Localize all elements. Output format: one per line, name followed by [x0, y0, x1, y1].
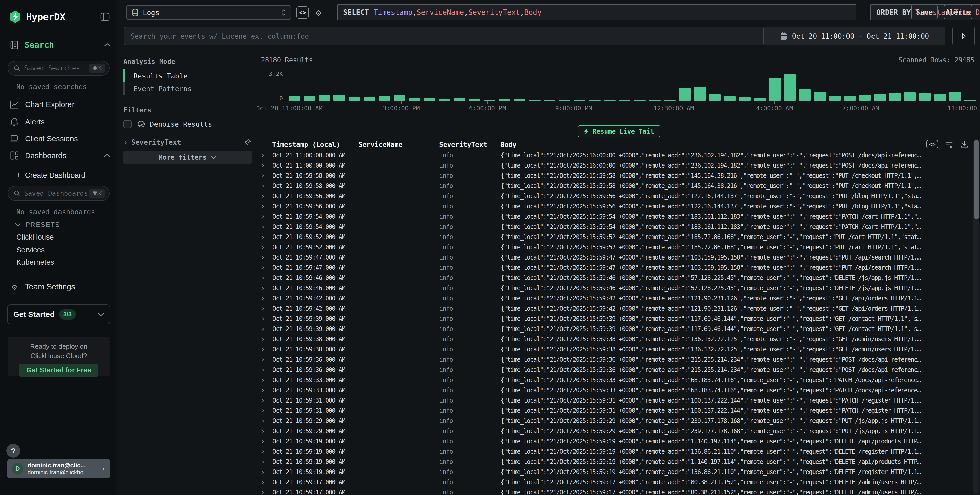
log-row[interactable]: › Oct 21 10:59:31.000 AM info {"time_loc… [258, 406, 972, 416]
expand-row-icon[interactable]: › [258, 305, 269, 312]
log-row[interactable]: › Oct 21 10:59:36.000 AM info {"time_loc… [258, 355, 972, 365]
expand-row-icon[interactable]: › [258, 295, 269, 302]
denoise-checkbox[interactable] [123, 120, 132, 128]
expand-row-icon[interactable]: › [258, 172, 269, 179]
chart-bar[interactable] [784, 74, 795, 100]
expand-row-icon[interactable]: › [258, 366, 269, 373]
sidebar-item-dashboards[interactable]: Dashboards [9, 150, 111, 161]
expand-row-icon[interactable]: › [258, 315, 269, 322]
log-row[interactable]: › Oct 21 10:59:36.000 AM info {"time_loc… [258, 365, 972, 375]
pin-icon[interactable] [244, 138, 251, 146]
code-view-button[interactable]: <> [296, 6, 309, 19]
log-row[interactable]: › Oct 21 10:59:47.000 AM info {"time_loc… [258, 263, 972, 273]
log-row[interactable]: › Oct 21 10:59:19.000 AM info {"time_loc… [258, 467, 972, 477]
saved-searches-input[interactable] [24, 64, 89, 72]
get-started-free-button[interactable]: Get Started for Free [19, 364, 98, 377]
expand-row-icon[interactable]: › [258, 213, 269, 220]
chart-bar[interactable] [423, 97, 435, 100]
col-body[interactable]: Body [497, 141, 972, 148]
run-query-button[interactable] [953, 27, 975, 45]
expand-row-icon[interactable]: › [258, 489, 269, 495]
chart-bar[interactable] [409, 98, 420, 100]
expand-row-icon[interactable]: › [258, 417, 269, 425]
log-row[interactable]: › Oct 21 10:59:33.000 AM info {"time_loc… [258, 385, 972, 395]
log-row[interactable]: › Oct 21 10:59:42.000 AM info {"time_loc… [258, 293, 972, 304]
sidebar-item-team-settings[interactable]: ⚙ Team Settings [9, 281, 111, 293]
expand-row-icon[interactable]: › [258, 203, 269, 210]
expand-row-icon[interactable]: › [258, 407, 269, 414]
log-row[interactable]: › Oct 21 10:59:56.000 AM info {"time_loc… [258, 201, 972, 212]
chart-bar[interactable] [724, 96, 736, 100]
sidebar-item-search[interactable]: Search [9, 39, 111, 51]
resume-live-tail-button[interactable]: Resume Live Tail [578, 125, 660, 137]
chart-bar[interactable] [348, 97, 360, 100]
log-row[interactable]: › Oct 21 10:59:29.000 AM info {"time_loc… [258, 416, 972, 426]
chart-bar[interactable] [304, 95, 315, 100]
log-row[interactable]: › Oct 21 11:00:00.000 AM info {"time_loc… [258, 150, 972, 161]
expand-row-icon[interactable]: › [258, 182, 269, 189]
chart-bar[interactable] [874, 94, 886, 101]
log-row[interactable]: › Oct 21 10:59:19.000 AM info {"time_loc… [258, 457, 972, 467]
collapse-sidebar-icon[interactable] [100, 13, 110, 21]
col-timestamp[interactable]: Timestamp (Local) [269, 141, 355, 148]
log-row[interactable]: › Oct 21 10:59:46.000 AM info {"time_loc… [258, 283, 972, 293]
denoise-results-toggle[interactable]: Denoise Results [123, 118, 212, 130]
chart-bar[interactable] [334, 94, 345, 100]
chart-bar[interactable] [469, 99, 480, 100]
log-row[interactable]: › Oct 21 10:59:39.000 AM info {"time_loc… [258, 324, 972, 334]
log-row[interactable]: › Oct 21 10:59:58.000 AM info {"time_loc… [258, 170, 972, 181]
mode-event-patterns[interactable]: Event Patterns [123, 82, 252, 95]
alerts-button[interactable]: Alerts [944, 5, 972, 19]
expand-row-icon[interactable]: › [258, 468, 269, 476]
log-row[interactable]: › Oct 21 10:59:47.000 AM info {"time_loc… [258, 252, 972, 263]
log-row[interactable]: › Oct 21 10:59:42.000 AM info {"time_loc… [258, 304, 972, 314]
chart-bar[interactable] [499, 99, 511, 100]
log-row[interactable]: › Oct 21 10:59:38.000 AM info {"time_loc… [258, 334, 972, 344]
table-scrollbar[interactable] [974, 139, 980, 495]
help-button[interactable]: ? [6, 444, 20, 458]
expand-row-icon[interactable]: › [258, 193, 269, 200]
saved-dashboards-search[interactable]: ⌘K [8, 186, 110, 201]
chart-bar[interactable] [814, 92, 826, 100]
chart-bar[interactable] [454, 98, 466, 100]
chart-bar[interactable] [754, 98, 766, 100]
expand-row-icon[interactable]: › [258, 346, 269, 353]
log-row[interactable]: › Oct 21 10:59:17.000 AM info {"time_loc… [258, 477, 972, 487]
log-row[interactable]: › Oct 21 10:59:54.000 AM info {"time_loc… [258, 222, 972, 232]
chart-bar[interactable] [904, 92, 916, 100]
chart-bar[interactable] [364, 97, 375, 100]
log-row[interactable]: › Oct 21 10:59:29.000 AM info {"time_loc… [258, 426, 972, 436]
preset-kubernetes[interactable]: Kubernetes [16, 258, 54, 266]
chart-bar[interactable] [709, 94, 721, 100]
expand-row-icon[interactable]: › [258, 234, 269, 240]
date-range-picker[interactable]: Oct 20 11:00:00 - Oct 21 11:00:00 [764, 27, 945, 45]
log-row[interactable]: › Oct 21 10:59:31.000 AM info {"time_loc… [258, 395, 972, 406]
saved-searches-search[interactable]: ⌘K [8, 61, 110, 76]
expand-row-icon[interactable]: › [258, 428, 269, 435]
chart-bar[interactable] [439, 99, 450, 100]
log-row[interactable]: › Oct 21 10:59:58.000 AM info {"time_loc… [258, 181, 972, 191]
expand-row-icon[interactable]: › [258, 479, 269, 486]
expand-row-icon[interactable]: › [258, 377, 269, 384]
chart-bar[interactable] [844, 96, 856, 100]
expand-row-icon[interactable]: › [258, 285, 269, 292]
expand-row-icon[interactable]: › [258, 274, 269, 282]
chart-bar[interactable] [394, 95, 406, 100]
expand-row-icon[interactable]: › [258, 397, 269, 404]
chart-bar[interactable] [694, 87, 706, 100]
saved-dashboards-input[interactable] [24, 189, 89, 197]
download-icon[interactable] [960, 140, 969, 148]
mode-results-table[interactable]: Results Table [123, 70, 252, 82]
chart-bar[interactable] [379, 96, 390, 100]
chart-bar[interactable] [679, 88, 691, 100]
scrollbar-thumb[interactable] [974, 140, 979, 219]
source-select[interactable]: Logs [126, 5, 291, 20]
log-row[interactable]: › Oct 21 10:59:39.000 AM info {"time_loc… [258, 314, 972, 324]
chart-bar[interactable] [769, 78, 781, 100]
chevron-up-icon[interactable] [104, 43, 111, 47]
chart-bar[interactable] [829, 95, 841, 100]
chart-bar[interactable] [514, 99, 525, 100]
expand-row-icon[interactable]: › [258, 254, 269, 261]
chart-bar[interactable] [319, 95, 331, 100]
log-row[interactable]: › Oct 21 10:59:38.000 AM info {"time_loc… [258, 344, 972, 355]
